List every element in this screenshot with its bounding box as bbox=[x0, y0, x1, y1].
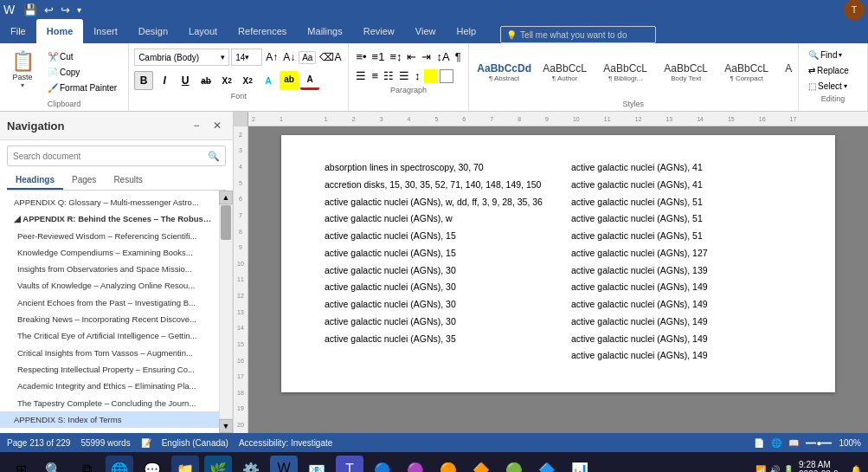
style-body-text[interactable]: AaBbCcL Body Text bbox=[656, 49, 717, 96]
list-item[interactable]: Critical Insights from Tom Vassos – Augm… bbox=[0, 345, 219, 361]
paste-button[interactable]: 📋 Paste ▾ bbox=[5, 47, 40, 98]
style-abstract[interactable]: AaBbCcDd ¶ Abstract bbox=[474, 49, 535, 96]
tab-insert[interactable]: Insert bbox=[83, 19, 128, 43]
increase-indent-btn[interactable]: ⇥ bbox=[420, 48, 433, 65]
sort-btn[interactable]: ↕A bbox=[434, 48, 451, 65]
view-print-btn[interactable]: 📄 bbox=[754, 438, 764, 448]
nav-scroll-down-btn[interactable]: ▼ bbox=[219, 419, 233, 433]
nav-scrollbar-track[interactable] bbox=[219, 204, 233, 419]
style-date[interactable]: AaBbCcL ↑ Date bbox=[777, 49, 793, 96]
font-shrink-btn[interactable]: A↓ bbox=[281, 50, 297, 64]
align-right-btn[interactable]: ☷ bbox=[382, 68, 395, 84]
tab-review[interactable]: Review bbox=[353, 19, 405, 43]
edge-btn[interactable]: 🌿 bbox=[204, 456, 232, 472]
text-effects-btn[interactable]: A bbox=[259, 71, 278, 90]
app-icon-4[interactable]: 🟢 bbox=[500, 456, 528, 472]
list-item[interactable]: APPENDIX S: Index of Terms bbox=[0, 411, 219, 428]
nav-tab-results[interactable]: Results bbox=[105, 171, 151, 190]
nav-search-input[interactable] bbox=[13, 152, 208, 161]
app-icon-6[interactable]: 📊 bbox=[566, 456, 594, 472]
qa-dropdown-btn[interactable]: ▾ bbox=[77, 5, 81, 15]
app-icon-1[interactable]: 🟣 bbox=[402, 456, 429, 472]
list-item[interactable]: Respecting Intellectual Property – Ensur… bbox=[0, 361, 219, 378]
subscript-button[interactable]: X2 bbox=[217, 71, 236, 90]
paste-dropdown-arrow[interactable]: ▾ bbox=[21, 81, 24, 89]
word-taskbar-btn[interactable]: W bbox=[270, 456, 298, 472]
view-read-btn[interactable]: 📖 bbox=[788, 438, 799, 448]
nav-collapse-btn[interactable]: − bbox=[188, 117, 205, 134]
tab-layout[interactable]: Layout bbox=[178, 19, 228, 43]
select-button[interactable]: ⬚ Select ▾ bbox=[804, 80, 862, 93]
list-item[interactable]: Breaking News – Incorporating Recent Dis… bbox=[0, 311, 219, 327]
tell-me-input[interactable]: 💡 Tell me what you want to do bbox=[500, 26, 656, 43]
style-bibliography[interactable]: AaBbCcL ¶ Bibliogr... bbox=[595, 49, 656, 96]
widgets-btn[interactable]: 🌐 bbox=[106, 456, 133, 472]
tab-mailings[interactable]: Mailings bbox=[297, 19, 352, 43]
underline-button[interactable]: U bbox=[176, 71, 195, 90]
superscript-button[interactable]: X2 bbox=[238, 71, 257, 90]
tab-view[interactable]: View bbox=[405, 19, 447, 43]
list-item[interactable]: Vaults of Knowledge – Analyzing Online R… bbox=[0, 277, 219, 294]
bullets-btn[interactable]: ≡• bbox=[354, 48, 368, 65]
settings-btn[interactable]: ⚙️ bbox=[237, 456, 265, 472]
list-item[interactable]: Peer-Reviewed Wisdom – Referencing Scien… bbox=[0, 228, 219, 244]
taskview-btn[interactable]: ⧉ bbox=[73, 456, 100, 472]
copy-button[interactable]: 📄 Copy bbox=[43, 66, 121, 79]
chat-btn[interactable]: 💬 bbox=[138, 456, 166, 472]
nav-close-btn[interactable]: ✕ bbox=[209, 117, 226, 134]
list-item[interactable]: Academic Integrity and Ethics – Eliminat… bbox=[0, 378, 219, 394]
shading-btn[interactable] bbox=[424, 69, 438, 83]
align-center-btn[interactable]: ≡ bbox=[370, 68, 380, 84]
teams-btn[interactable]: T bbox=[336, 456, 363, 472]
nav-tab-headings[interactable]: Headings bbox=[7, 171, 63, 190]
zoom-slider[interactable]: ━━●━━ bbox=[806, 438, 832, 448]
clear-formatting-btn[interactable]: ⌫A bbox=[318, 50, 343, 64]
app-icon-3[interactable]: 🔶 bbox=[467, 456, 495, 472]
start-button[interactable]: ⊞ bbox=[7, 456, 35, 472]
justify-btn[interactable]: ☰ bbox=[397, 68, 411, 84]
nav-scroll-up-btn[interactable]: ▲ bbox=[219, 191, 233, 204]
style-author[interactable]: AaBbCcL ¶ Author bbox=[535, 49, 595, 96]
line-spacing-btn[interactable]: ↕ bbox=[413, 68, 422, 84]
find-button[interactable]: 🔍 Find ▾ bbox=[804, 48, 862, 61]
font-grow-btn[interactable]: A↑ bbox=[264, 50, 280, 64]
redo-qa-btn[interactable]: ↪ bbox=[61, 3, 70, 16]
font-name-dropdown[interactable]: Cambria (Body) ▾ bbox=[134, 48, 229, 66]
numbering-btn[interactable]: ≡1 bbox=[370, 48, 387, 65]
borders-btn[interactable] bbox=[440, 69, 453, 83]
accessibility-btn[interactable]: Accessibility: Investigate bbox=[239, 438, 332, 448]
notification-btn[interactable]: 🔔 bbox=[851, 465, 861, 473]
font-size-input[interactable]: 14 ▾ bbox=[231, 48, 262, 66]
italic-button[interactable]: I bbox=[155, 71, 174, 90]
app-icon-5[interactable]: 🔷 bbox=[533, 456, 561, 472]
outlook-btn[interactable]: 📧 bbox=[303, 456, 331, 472]
undo-qa-btn[interactable]: ↩ bbox=[44, 3, 54, 16]
list-item[interactable]: The Critical Eye of Artificial Intellige… bbox=[0, 327, 219, 344]
nav-scrollbar-thumb[interactable] bbox=[221, 205, 231, 240]
nav-tab-pages[interactable]: Pages bbox=[63, 171, 105, 190]
cut-button[interactable]: ✂️ Cut bbox=[43, 50, 121, 63]
list-item[interactable]: Insights from Observatories and Space Mi… bbox=[0, 261, 219, 277]
tab-design[interactable]: Design bbox=[128, 19, 178, 43]
multilevel-btn[interactable]: ≡↕ bbox=[388, 48, 403, 65]
change-case-btn[interactable]: Aa bbox=[299, 51, 316, 64]
tab-help[interactable]: Help bbox=[446, 19, 486, 43]
tab-references[interactable]: References bbox=[228, 19, 297, 43]
list-item[interactable]: The Tapestry Complete – Concluding the J… bbox=[0, 395, 219, 411]
list-item[interactable]: APPENDIX T: Table of Acronyms and Abbrev… bbox=[0, 428, 219, 433]
chrome-btn[interactable]: 🔵 bbox=[369, 456, 396, 472]
bold-button[interactable]: B bbox=[134, 71, 153, 90]
tab-home[interactable]: Home bbox=[36, 19, 84, 43]
replace-button[interactable]: ⇄ Replace bbox=[804, 64, 862, 77]
list-item[interactable]: Ancient Echoes from the Past – Investiga… bbox=[0, 294, 219, 311]
list-item[interactable]: Knowledge Compendiums – Examining Books.… bbox=[0, 244, 219, 261]
doc-scroll-area[interactable]: absorption lines in spectroscopy, 30, 70… bbox=[248, 126, 868, 433]
align-left-btn[interactable]: ☰ bbox=[354, 68, 368, 84]
app-icon-2[interactable]: 🟠 bbox=[434, 456, 462, 472]
list-item[interactable]: ◢ APPENDIX R: Behind the Scenes – The Ro… bbox=[0, 210, 219, 227]
show-para-marks-btn[interactable]: ¶ bbox=[453, 48, 463, 65]
decrease-indent-btn[interactable]: ⇤ bbox=[405, 48, 418, 65]
list-item[interactable]: APPENDIX Q: Glossary – Multi-messenger A… bbox=[0, 194, 219, 210]
nav-search-icon[interactable]: 🔍 bbox=[208, 151, 220, 162]
explorer-btn[interactable]: 📁 bbox=[171, 456, 199, 472]
